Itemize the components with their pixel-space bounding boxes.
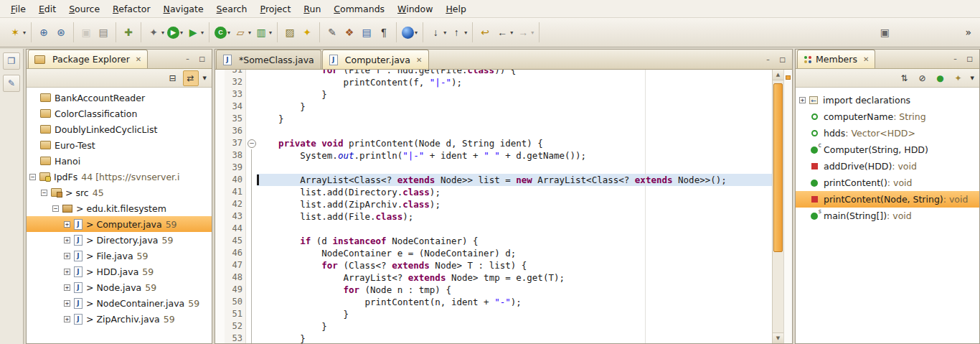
maximize-view-button[interactable]: □ xyxy=(964,55,975,64)
member-item-main-string[interactable]: smain(String[]) : void xyxy=(796,208,979,224)
member-item-printcontent[interactable]: printContent() : void xyxy=(796,175,979,191)
prev-annotation-button[interactable]: ↑▾ xyxy=(448,23,468,42)
tree-item-node-java[interactable]: +J>Node.java59 xyxy=(27,279,212,295)
code-line-42[interactable]: 42 list.add(ZipArchiv.class); xyxy=(215,198,772,210)
save-button[interactable]: ▣ xyxy=(77,23,95,42)
code-line-45[interactable]: 45 if (d instanceof NodeContainer) { xyxy=(215,235,772,247)
maximize-editor-button[interactable]: □ xyxy=(777,55,788,64)
member-item-computername[interactable]: computerName : String xyxy=(796,108,979,125)
last-edit-location-button[interactable]: ↩ xyxy=(476,23,494,42)
fold-toggle-icon[interactable] xyxy=(246,137,257,149)
tree-item-src[interactable]: −>src45 xyxy=(27,185,212,200)
toolbar-overflow-chevron[interactable]: » xyxy=(962,27,974,38)
scroll-down-arrow-icon[interactable]: ▼ xyxy=(773,333,783,343)
tree-item-edu-kit-filesystem[interactable]: −>edu.kit.filesystem xyxy=(27,200,212,216)
scrollbar-thumb[interactable] xyxy=(773,83,783,252)
tree-item-ziparchiv-java[interactable]: +J>ZipArchiv.java59 xyxy=(27,311,212,327)
hide-fields-button[interactable]: ⊘ xyxy=(915,70,930,86)
tree-expander-icon[interactable]: + xyxy=(64,316,70,322)
code-line-39[interactable]: 39 xyxy=(215,162,772,174)
code-line-52[interactable]: 52 } xyxy=(215,320,772,333)
scrollbar-track[interactable] xyxy=(773,80,783,333)
new-wizard-button[interactable]: ✶▾ xyxy=(6,23,27,42)
member-item-adddrive-hdd[interactable]: addDrive(HDD) : void xyxy=(796,158,979,175)
code-line-50[interactable]: 50 printContent(n, ident + "-"); xyxy=(215,296,772,308)
tree-item-computer-java[interactable]: +J>Computer.java59 xyxy=(27,216,212,232)
minimize-view-button[interactable]: – xyxy=(182,55,193,64)
tree-item-hanoi[interactable]: Hanoi xyxy=(27,153,212,169)
tree-item-ipdfs[interactable]: −IpdFs44 [https://svnserver.i xyxy=(27,169,212,185)
coverage-button[interactable]: ▥▾ xyxy=(253,23,273,42)
print-button[interactable]: ▤ xyxy=(95,23,112,42)
tree-item-directory-java[interactable]: +J>Directory.java59 xyxy=(27,232,212,248)
member-item-hdds[interactable]: hdds : Vector<HDD> xyxy=(796,125,979,141)
code-line-33[interactable]: 33 } xyxy=(215,88,772,101)
menu-refactor[interactable]: Refactor xyxy=(106,1,156,17)
minimize-editor-button[interactable]: – xyxy=(763,55,773,64)
new-package-button[interactable]: ▱▾ xyxy=(232,23,253,42)
tree-item-euro-test[interactable]: Euro-Test xyxy=(27,137,212,153)
close-icon[interactable]: ✕ xyxy=(863,55,869,63)
tree-expander-icon[interactable]: − xyxy=(29,174,36,180)
code-line-36[interactable]: 36 xyxy=(215,125,772,137)
code-line-46[interactable]: 46 NodeContainer e = (NodeContainer) d; xyxy=(215,247,772,259)
code-line-44[interactable]: 44 xyxy=(215,223,772,235)
member-item-printcontent-node-string[interactable]: printContent(Node, String) : void xyxy=(796,191,979,208)
code-line-31[interactable]: 31 for (File f : hdd.get(File.class)) { xyxy=(215,70,772,76)
tab-package-explorer[interactable]: Package Explorer ✕ xyxy=(28,50,148,68)
menu-source[interactable]: Source xyxy=(62,1,106,17)
tree-expander-icon[interactable]: + xyxy=(64,300,70,307)
vertical-scrollbar[interactable]: ▲ ▼ xyxy=(772,70,783,343)
forward-button[interactable]: →▾ xyxy=(514,23,535,42)
close-icon[interactable]: ✕ xyxy=(416,56,422,64)
scroll-up-arrow-icon[interactable]: ▲ xyxy=(773,70,783,80)
run-button[interactable]: ▶▾ xyxy=(166,23,184,42)
new-class-button[interactable]: C▾ xyxy=(213,23,232,42)
hide-non-public-button[interactable]: ✦ xyxy=(951,70,966,86)
tree-expander-icon[interactable]: − xyxy=(52,205,59,212)
code-line-51[interactable]: 51 } xyxy=(215,308,772,320)
menu-window[interactable]: Window xyxy=(391,1,439,17)
menu-search[interactable]: Search xyxy=(210,1,254,17)
maximize-view-button[interactable]: □ xyxy=(197,55,207,64)
view-menu-icon[interactable]: ▼ xyxy=(969,75,976,81)
editor-tab-someclass-java[interactable]: J*SomeClass.java xyxy=(216,50,321,69)
svn-update-button[interactable]: ⊕ xyxy=(35,23,52,42)
code-area[interactable]: 31 for (File f : hdd.get(File.class)) {3… xyxy=(215,70,772,343)
menu-run[interactable]: Run xyxy=(297,1,327,17)
code-line-41[interactable]: 41 list.add(Directory.class); xyxy=(215,186,772,198)
code-line-43[interactable]: 43 list.add(File.class); xyxy=(215,210,772,223)
member-expander-icon[interactable]: + xyxy=(799,97,806,103)
tree-expander-icon[interactable]: − xyxy=(41,190,47,196)
overview-ruler[interactable] xyxy=(783,70,792,343)
code-line-47[interactable]: 47 for (Class<? extends Node> T : list) … xyxy=(215,259,772,271)
code-line-38[interactable]: 38 System.out.println("|-" + ident + " "… xyxy=(215,149,772,162)
menu-file[interactable]: File xyxy=(4,1,32,17)
member-item-import-declarations[interactable]: +←import declarations xyxy=(796,92,979,108)
tree-expander-icon[interactable]: + xyxy=(64,253,70,259)
annotations-button[interactable]: ▤ xyxy=(358,23,375,42)
hide-static-button[interactable]: ● xyxy=(933,70,948,86)
tree-item-file-java[interactable]: +J>File.java59 xyxy=(27,248,212,264)
member-item-computer-string-hdd[interactable]: cComputer(String, HDD) xyxy=(796,141,979,158)
highlight-button[interactable]: ✎ xyxy=(324,23,341,42)
menu-edit[interactable]: Edit xyxy=(32,1,62,17)
close-icon[interactable]: ✕ xyxy=(136,55,141,63)
menu-project[interactable]: Project xyxy=(254,1,298,17)
tree-item-nodecontainer-java[interactable]: +J>NodeContainer.java59 xyxy=(27,295,212,311)
menu-navigate[interactable]: Navigate xyxy=(157,1,210,17)
back-button[interactable]: ←▾ xyxy=(494,23,514,42)
open-browser-button[interactable]: ▾ xyxy=(400,23,419,42)
tree-expander-icon[interactable]: + xyxy=(64,221,70,228)
code-line-48[interactable]: 48 ArrayList<? extends Node> tmp = e.get… xyxy=(215,271,772,284)
code-line-40[interactable]: 40 ArrayList<Class<? extends Node>> list… xyxy=(215,174,772,186)
svn-commit-button[interactable]: ⊛ xyxy=(52,23,70,42)
format-button[interactable]: ❖ xyxy=(341,23,358,42)
next-annotation-button[interactable]: ↓▾ xyxy=(427,23,448,42)
code-line-53[interactable]: 53 } xyxy=(215,333,772,343)
minimize-view-button[interactable]: – xyxy=(950,55,961,64)
editor-tab-computer-java[interactable]: JComputer.java✕ xyxy=(322,50,430,69)
code-line-37[interactable]: 37 private void printContent(Node d, Str… xyxy=(215,137,772,149)
code-line-49[interactable]: 49 for (Node n : tmp) { xyxy=(215,284,772,296)
fast-view-editor-button[interactable]: ✎ xyxy=(3,75,20,92)
